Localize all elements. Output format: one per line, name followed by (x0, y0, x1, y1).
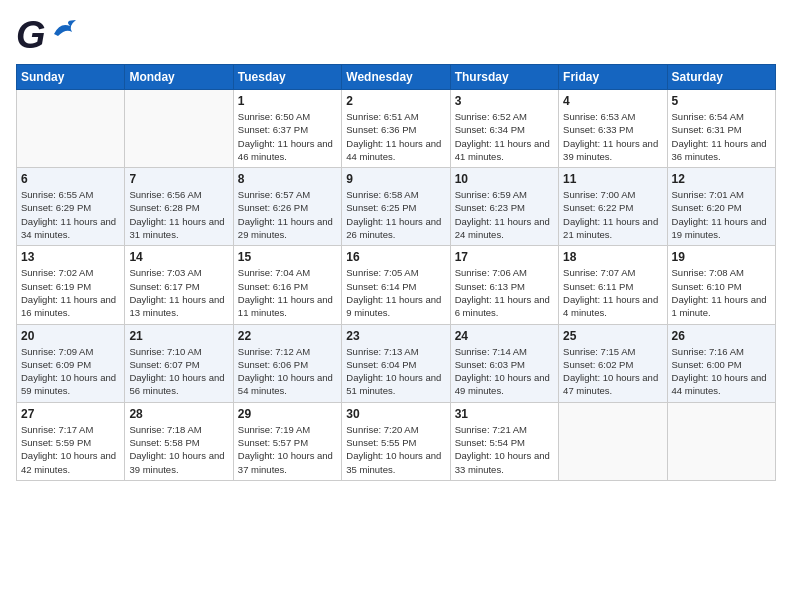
day-cell: 19Sunrise: 7:08 AM Sunset: 6:10 PM Dayli… (667, 246, 775, 324)
day-cell: 18Sunrise: 7:07 AM Sunset: 6:11 PM Dayli… (559, 246, 667, 324)
day-info: Sunrise: 6:55 AM Sunset: 6:29 PM Dayligh… (21, 188, 120, 241)
day-number: 25 (563, 329, 662, 343)
day-info: Sunrise: 7:02 AM Sunset: 6:19 PM Dayligh… (21, 266, 120, 319)
week-row-1: 1Sunrise: 6:50 AM Sunset: 6:37 PM Daylig… (17, 90, 776, 168)
day-cell: 11Sunrise: 7:00 AM Sunset: 6:22 PM Dayli… (559, 168, 667, 246)
day-number: 16 (346, 250, 445, 264)
day-number: 22 (238, 329, 337, 343)
day-cell: 30Sunrise: 7:20 AM Sunset: 5:55 PM Dayli… (342, 402, 450, 480)
day-cell: 31Sunrise: 7:21 AM Sunset: 5:54 PM Dayli… (450, 402, 558, 480)
week-row-3: 13Sunrise: 7:02 AM Sunset: 6:19 PM Dayli… (17, 246, 776, 324)
day-info: Sunrise: 6:51 AM Sunset: 6:36 PM Dayligh… (346, 110, 445, 163)
weekday-header-sunday: Sunday (17, 65, 125, 90)
day-number: 20 (21, 329, 120, 343)
day-number: 3 (455, 94, 554, 108)
week-row-5: 27Sunrise: 7:17 AM Sunset: 5:59 PM Dayli… (17, 402, 776, 480)
day-info: Sunrise: 7:01 AM Sunset: 6:20 PM Dayligh… (672, 188, 771, 241)
day-info: Sunrise: 7:10 AM Sunset: 6:07 PM Dayligh… (129, 345, 228, 398)
day-info: Sunrise: 6:59 AM Sunset: 6:23 PM Dayligh… (455, 188, 554, 241)
day-number: 6 (21, 172, 120, 186)
day-number: 5 (672, 94, 771, 108)
day-info: Sunrise: 7:09 AM Sunset: 6:09 PM Dayligh… (21, 345, 120, 398)
weekday-header-monday: Monday (125, 65, 233, 90)
day-info: Sunrise: 6:50 AM Sunset: 6:37 PM Dayligh… (238, 110, 337, 163)
weekday-header-wednesday: Wednesday (342, 65, 450, 90)
day-number: 23 (346, 329, 445, 343)
day-number: 1 (238, 94, 337, 108)
day-info: Sunrise: 7:17 AM Sunset: 5:59 PM Dayligh… (21, 423, 120, 476)
day-cell: 28Sunrise: 7:18 AM Sunset: 5:58 PM Dayli… (125, 402, 233, 480)
day-info: Sunrise: 6:58 AM Sunset: 6:25 PM Dayligh… (346, 188, 445, 241)
day-number: 28 (129, 407, 228, 421)
day-cell: 6Sunrise: 6:55 AM Sunset: 6:29 PM Daylig… (17, 168, 125, 246)
day-info: Sunrise: 7:06 AM Sunset: 6:13 PM Dayligh… (455, 266, 554, 319)
day-number: 9 (346, 172, 445, 186)
day-cell: 5Sunrise: 6:54 AM Sunset: 6:31 PM Daylig… (667, 90, 775, 168)
day-info: Sunrise: 7:20 AM Sunset: 5:55 PM Dayligh… (346, 423, 445, 476)
day-cell: 25Sunrise: 7:15 AM Sunset: 6:02 PM Dayli… (559, 324, 667, 402)
day-cell (559, 402, 667, 480)
day-info: Sunrise: 7:21 AM Sunset: 5:54 PM Dayligh… (455, 423, 554, 476)
week-row-4: 20Sunrise: 7:09 AM Sunset: 6:09 PM Dayli… (17, 324, 776, 402)
day-cell: 12Sunrise: 7:01 AM Sunset: 6:20 PM Dayli… (667, 168, 775, 246)
weekday-header-friday: Friday (559, 65, 667, 90)
day-number: 13 (21, 250, 120, 264)
day-number: 11 (563, 172, 662, 186)
day-number: 12 (672, 172, 771, 186)
day-cell (667, 402, 775, 480)
day-number: 21 (129, 329, 228, 343)
day-cell: 9Sunrise: 6:58 AM Sunset: 6:25 PM Daylig… (342, 168, 450, 246)
calendar-page: G SundayMondayTuesdayWednesdayThursdayFr… (0, 0, 792, 612)
day-cell: 14Sunrise: 7:03 AM Sunset: 6:17 PM Dayli… (125, 246, 233, 324)
day-cell (17, 90, 125, 168)
day-info: Sunrise: 7:12 AM Sunset: 6:06 PM Dayligh… (238, 345, 337, 398)
weekday-header-row: SundayMondayTuesdayWednesdayThursdayFrid… (17, 65, 776, 90)
day-number: 10 (455, 172, 554, 186)
day-info: Sunrise: 7:08 AM Sunset: 6:10 PM Dayligh… (672, 266, 771, 319)
day-cell: 16Sunrise: 7:05 AM Sunset: 6:14 PM Dayli… (342, 246, 450, 324)
day-cell: 8Sunrise: 6:57 AM Sunset: 6:26 PM Daylig… (233, 168, 341, 246)
day-cell: 4Sunrise: 6:53 AM Sunset: 6:33 PM Daylig… (559, 90, 667, 168)
day-number: 4 (563, 94, 662, 108)
day-cell: 10Sunrise: 6:59 AM Sunset: 6:23 PM Dayli… (450, 168, 558, 246)
day-info: Sunrise: 7:18 AM Sunset: 5:58 PM Dayligh… (129, 423, 228, 476)
day-info: Sunrise: 7:19 AM Sunset: 5:57 PM Dayligh… (238, 423, 337, 476)
day-cell: 3Sunrise: 6:52 AM Sunset: 6:34 PM Daylig… (450, 90, 558, 168)
day-info: Sunrise: 7:05 AM Sunset: 6:14 PM Dayligh… (346, 266, 445, 319)
day-cell: 20Sunrise: 7:09 AM Sunset: 6:09 PM Dayli… (17, 324, 125, 402)
day-info: Sunrise: 6:57 AM Sunset: 6:26 PM Dayligh… (238, 188, 337, 241)
day-info: Sunrise: 7:00 AM Sunset: 6:22 PM Dayligh… (563, 188, 662, 241)
calendar-table: SundayMondayTuesdayWednesdayThursdayFrid… (16, 64, 776, 481)
day-number: 26 (672, 329, 771, 343)
day-cell: 23Sunrise: 7:13 AM Sunset: 6:04 PM Dayli… (342, 324, 450, 402)
weekday-header-thursday: Thursday (450, 65, 558, 90)
day-number: 27 (21, 407, 120, 421)
logo: G (16, 16, 78, 54)
day-info: Sunrise: 7:16 AM Sunset: 6:00 PM Dayligh… (672, 345, 771, 398)
day-info: Sunrise: 7:14 AM Sunset: 6:03 PM Dayligh… (455, 345, 554, 398)
day-cell: 21Sunrise: 7:10 AM Sunset: 6:07 PM Dayli… (125, 324, 233, 402)
logo-g-letter: G (16, 16, 46, 54)
day-number: 18 (563, 250, 662, 264)
day-info: Sunrise: 7:04 AM Sunset: 6:16 PM Dayligh… (238, 266, 337, 319)
day-cell: 22Sunrise: 7:12 AM Sunset: 6:06 PM Dayli… (233, 324, 341, 402)
day-cell: 7Sunrise: 6:56 AM Sunset: 6:28 PM Daylig… (125, 168, 233, 246)
day-cell: 1Sunrise: 6:50 AM Sunset: 6:37 PM Daylig… (233, 90, 341, 168)
day-cell: 26Sunrise: 7:16 AM Sunset: 6:00 PM Dayli… (667, 324, 775, 402)
day-number: 8 (238, 172, 337, 186)
day-number: 7 (129, 172, 228, 186)
day-number: 17 (455, 250, 554, 264)
day-number: 31 (455, 407, 554, 421)
day-number: 15 (238, 250, 337, 264)
header: G (16, 16, 776, 54)
day-number: 2 (346, 94, 445, 108)
day-info: Sunrise: 7:15 AM Sunset: 6:02 PM Dayligh… (563, 345, 662, 398)
day-cell: 24Sunrise: 7:14 AM Sunset: 6:03 PM Dayli… (450, 324, 558, 402)
day-cell: 17Sunrise: 7:06 AM Sunset: 6:13 PM Dayli… (450, 246, 558, 324)
day-cell (125, 90, 233, 168)
day-info: Sunrise: 7:07 AM Sunset: 6:11 PM Dayligh… (563, 266, 662, 319)
weekday-header-tuesday: Tuesday (233, 65, 341, 90)
day-cell: 13Sunrise: 7:02 AM Sunset: 6:19 PM Dayli… (17, 246, 125, 324)
weekday-header-saturday: Saturday (667, 65, 775, 90)
day-number: 29 (238, 407, 337, 421)
